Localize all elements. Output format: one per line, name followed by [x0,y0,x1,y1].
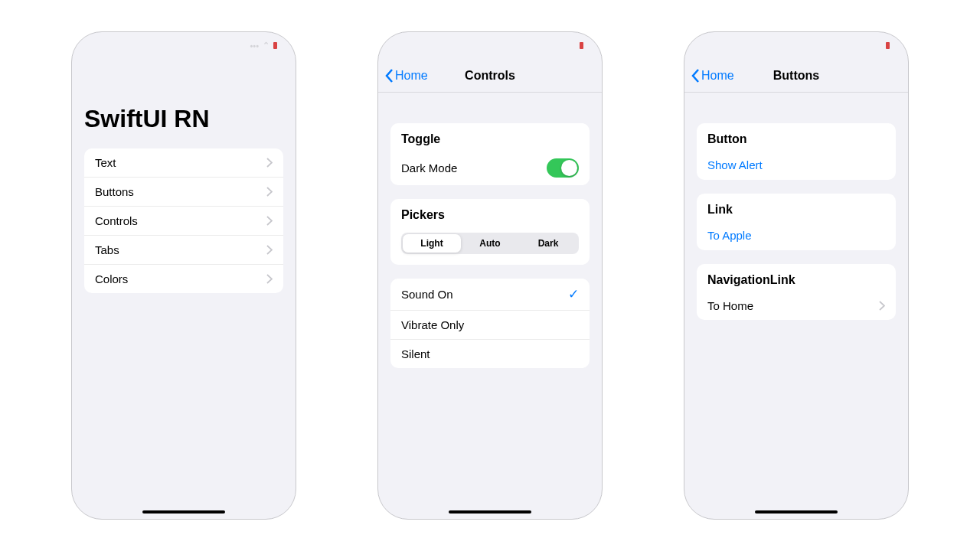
content-area: Button Show Alert Link To Apple Navigati… [684,93,908,519]
menu-label: Buttons [95,185,134,198]
button-label: Show Alert [707,158,763,171]
back-label: Home [395,69,428,83]
option-sound-on[interactable]: Sound On ✓ [390,279,590,311]
chevron-left-icon [691,68,700,83]
menu-label: Text [95,156,116,169]
segment-auto[interactable]: Auto [461,234,519,253]
nav-bar: Home Controls [378,59,602,93]
menu-item-colors[interactable]: Colors [84,265,283,293]
battery-icon [273,42,277,49]
status-icons [886,42,890,49]
status-icons [580,42,583,49]
home-indicator[interactable] [755,510,838,514]
back-button[interactable]: Home [691,68,734,83]
content-area: Toggle Dark Mode Pickers Light Auto Dark… [378,93,602,519]
link-label: To Apple [707,229,752,242]
status-bar [684,32,908,59]
option-label: Sound On [401,288,453,301]
navlink-label: To Home [707,299,753,312]
dark-mode-toggle[interactable] [547,158,579,178]
segmented-control[interactable]: Light Auto Dark [401,233,579,254]
nav-title: Buttons [773,69,819,83]
menu-item-controls[interactable]: Controls [84,207,283,236]
menu-label: Colors [95,272,128,285]
home-indicator[interactable] [142,510,225,514]
section-header: Pickers [390,199,590,227]
phone-home: ••• ⌃ SwiftUI RN Text Buttons Controls T… [71,31,296,520]
menu-label: Controls [95,214,138,227]
signal-icon: ••• [250,41,259,51]
menu-item-buttons[interactable]: Buttons [84,178,283,207]
option-label: Silent [401,347,430,360]
chevron-right-icon [266,187,273,197]
status-bar: ••• ⌃ [72,32,296,59]
section-header: Link [697,194,896,221]
button-card: Button Show Alert [697,123,896,180]
nav-bar: Home Buttons [684,59,908,93]
wifi-icon: ⌃ [263,41,270,51]
link-card: Link To Apple [697,194,896,250]
section-header: NavigationLink [697,264,896,292]
section-header: Button [697,123,896,151]
menu-list: Text Buttons Controls Tabs Colors [84,148,283,293]
back-label: Home [701,69,734,83]
chevron-right-icon [266,216,273,226]
page-title: SwiftUI RN [72,59,296,148]
menu-item-text[interactable]: Text [84,148,283,178]
chevron-right-icon [266,158,273,168]
pickers-card: Pickers Light Auto Dark [390,199,590,265]
option-vibrate[interactable]: Vibrate Only [390,311,590,340]
chevron-left-icon [384,68,394,83]
toggle-card: Toggle Dark Mode [390,123,590,185]
segment-dark[interactable]: Dark [519,234,577,253]
back-button[interactable]: Home [384,68,428,83]
chevron-right-icon [266,245,273,255]
phone-controls: Home Controls Toggle Dark Mode Pickers L… [377,31,603,520]
show-alert-button[interactable]: Show Alert [697,151,896,180]
battery-icon [580,42,583,49]
section-header: Toggle [390,123,590,151]
phone-buttons: Home Buttons Button Show Alert Link To A… [684,31,909,520]
segment-light[interactable]: Light [403,234,461,253]
checkmark-icon: ✓ [568,286,579,302]
status-icons: ••• ⌃ [250,41,277,51]
to-apple-link[interactable]: To Apple [697,221,896,250]
chevron-right-icon [879,301,885,311]
menu-item-tabs[interactable]: Tabs [84,236,283,265]
status-bar [378,32,602,59]
menu-label: Tabs [95,243,119,256]
toggle-knob [561,160,577,176]
toggle-row: Dark Mode [390,151,590,185]
option-label: Vibrate Only [401,318,464,331]
sound-list: Sound On ✓ Vibrate Only Silent [390,279,590,368]
battery-icon [886,42,890,49]
option-silent[interactable]: Silent [390,340,590,368]
to-home-navlink[interactable]: To Home [697,292,896,320]
home-indicator[interactable] [449,510,531,514]
content-area: SwiftUI RN Text Buttons Controls Tabs Co… [72,59,296,519]
navlink-card: NavigationLink To Home [697,264,896,320]
chevron-right-icon [266,274,273,284]
nav-title: Controls [465,69,515,83]
toggle-label: Dark Mode [401,161,457,174]
